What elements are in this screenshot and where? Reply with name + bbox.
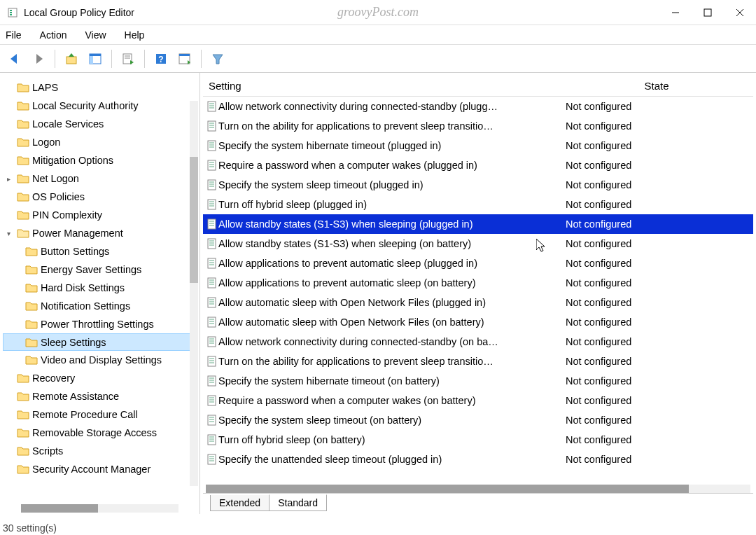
tabs: Extended Standard: [203, 493, 753, 511]
menu-view[interactable]: View: [85, 29, 106, 41]
setting-row[interactable]: Turn on the ability for applications to …: [203, 116, 753, 136]
tree-item[interactable]: Logon: [3, 133, 197, 151]
tree-item-label: Notification Settings: [41, 300, 130, 312]
setting-state: Not configured: [563, 160, 753, 171]
tree-item[interactable]: Remote Assistance: [3, 387, 197, 405]
setting-row[interactable]: Allow network connectivity during connec…: [203, 97, 753, 116]
setting-row[interactable]: Specify the system sleep timeout (plugge…: [203, 175, 753, 195]
settings-header[interactable]: Setting State: [203, 76, 753, 97]
options-button[interactable]: [174, 48, 195, 69]
setting-state: Not configured: [563, 454, 753, 465]
tree-item[interactable]: Button Settings: [3, 242, 197, 260]
setting-row[interactable]: Turn off hybrid sleep (plugged in)Not co…: [203, 195, 753, 214]
setting-row[interactable]: Specify the system hibernate timeout (pl…: [203, 136, 753, 155]
svg-marker-9: [36, 54, 43, 64]
setting-row[interactable]: Allow automatic sleep with Open Network …: [203, 293, 753, 312]
tree-pane[interactable]: LAPSLocal Security AuthorityLocale Servi…: [0, 73, 200, 514]
column-state[interactable]: State: [560, 80, 753, 92]
tree-item[interactable]: Energy Saver Settings: [3, 260, 197, 279]
expand-icon[interactable]: ▾: [7, 230, 15, 237]
setting-row[interactable]: Allow automatic sleep with Open Network …: [203, 312, 753, 332]
tree-item[interactable]: Mitigation Options: [3, 151, 197, 169]
settings-scrollbar-horizontal[interactable]: [206, 485, 750, 493]
setting-name: Specify the system sleep timeout (plugge…: [218, 179, 563, 190]
folder-icon: [17, 191, 29, 202]
setting-row[interactable]: Require a password when a computer wakes…: [203, 391, 753, 410]
tree-item[interactable]: ▾Power Management: [3, 224, 197, 242]
policy-icon: [203, 356, 218, 367]
setting-row[interactable]: Allow standby states (S1-S3) when sleepi…: [203, 234, 753, 253]
setting-state: Not configured: [563, 120, 753, 132]
minimize-button[interactable]: [659, 0, 692, 25]
setting-row[interactable]: Turn on the ability for applications to …: [203, 352, 753, 371]
tab-extended[interactable]: Extended: [210, 495, 270, 511]
policy-icon: [203, 238, 218, 249]
maximize-button[interactable]: [692, 0, 724, 25]
back-button[interactable]: [4, 48, 25, 69]
watermark: groovyPost.com: [337, 5, 419, 20]
setting-name: Turn off hybrid sleep (plugged in): [218, 199, 563, 210]
menu-file[interactable]: File: [6, 29, 22, 41]
tree-item-label: Remote Assistance: [32, 391, 119, 402]
setting-row[interactable]: Specify the system hibernate timeout (on…: [203, 371, 753, 391]
tree-item[interactable]: Hard Disk Settings: [3, 279, 197, 297]
tree-item[interactable]: OS Policies: [3, 188, 197, 206]
policy-icon: [203, 101, 218, 112]
setting-row[interactable]: Turn off hybrid sleep (on battery)Not co…: [203, 430, 753, 450]
tree-scrollbar-horizontal[interactable]: [21, 504, 178, 513]
tree-item[interactable]: Power Throttling Settings: [3, 315, 197, 333]
setting-state: Not configured: [563, 140, 753, 151]
help-button[interactable]: ?: [150, 48, 172, 69]
tree-item-label: Scripts: [32, 445, 63, 457]
tree-item[interactable]: Security Account Manager: [3, 460, 197, 478]
close-button[interactable]: [724, 0, 756, 25]
svg-rect-69: [208, 317, 216, 327]
tree-item[interactable]: Removable Storage Access: [3, 424, 197, 442]
tree-item-label: Button Settings: [41, 246, 109, 257]
tree-item[interactable]: Notification Settings: [3, 297, 197, 315]
forward-button[interactable]: [28, 48, 49, 69]
tree-item[interactable]: Remote Procedure Call: [3, 405, 197, 424]
menu-action[interactable]: Action: [40, 29, 67, 41]
tab-standard[interactable]: Standard: [269, 494, 327, 511]
tree-item[interactable]: Recovery: [3, 369, 197, 387]
folder-icon: [17, 427, 29, 438]
setting-row[interactable]: Allow applications to prevent automatic …: [203, 273, 753, 293]
svg-rect-81: [208, 376, 216, 386]
up-button[interactable]: [61, 48, 82, 69]
tree-item[interactable]: Video and Display Settings: [3, 351, 197, 369]
menu-help[interactable]: Help: [125, 29, 145, 41]
svg-rect-57: [208, 258, 216, 268]
setting-name: Allow standby states (S1-S3) when sleepi…: [218, 238, 563, 249]
expand-icon[interactable]: ▸: [7, 175, 15, 183]
tree-item[interactable]: Scripts: [3, 442, 197, 460]
setting-name: Allow applications to prevent automatic …: [218, 258, 563, 269]
setting-row[interactable]: Allow standby states (S1-S3) when sleepi…: [203, 214, 753, 234]
column-setting[interactable]: Setting: [203, 80, 560, 92]
setting-state: Not configured: [563, 179, 753, 190]
setting-row[interactable]: Specify the unattended sleep timeout (pl…: [203, 450, 753, 469]
setting-row[interactable]: Allow applications to prevent automatic …: [203, 253, 753, 273]
svg-rect-37: [208, 160, 216, 170]
tree-item[interactable]: Sleep Settings: [3, 333, 197, 351]
folder-icon: [25, 264, 38, 275]
setting-state: Not configured: [563, 317, 753, 328]
tree-scrollbar-vertical[interactable]: [190, 101, 198, 486]
tree-item-label: Energy Saver Settings: [41, 264, 141, 275]
tree-item[interactable]: Local Security Authority: [3, 97, 197, 115]
tree-item[interactable]: ▸Net Logon: [3, 169, 197, 188]
setting-row[interactable]: Allow network connectivity during connec…: [203, 332, 753, 352]
folder-icon: [17, 409, 29, 420]
toolbar: ?: [0, 45, 756, 73]
folder-icon: [25, 319, 38, 330]
tree-item[interactable]: PIN Complexity: [3, 206, 197, 224]
tree-item[interactable]: Locale Services: [3, 115, 197, 133]
show-hide-tree-button[interactable]: [85, 48, 106, 69]
filter-button[interactable]: [207, 48, 228, 69]
folder-icon: [17, 137, 29, 148]
properties-button[interactable]: [118, 48, 139, 69]
tree-item[interactable]: LAPS: [3, 78, 197, 97]
setting-row[interactable]: Specify the system sleep timeout (on bat…: [203, 410, 753, 430]
setting-name: Turn off hybrid sleep (on battery): [218, 434, 563, 445]
setting-row[interactable]: Require a password when a computer wakes…: [203, 155, 753, 175]
